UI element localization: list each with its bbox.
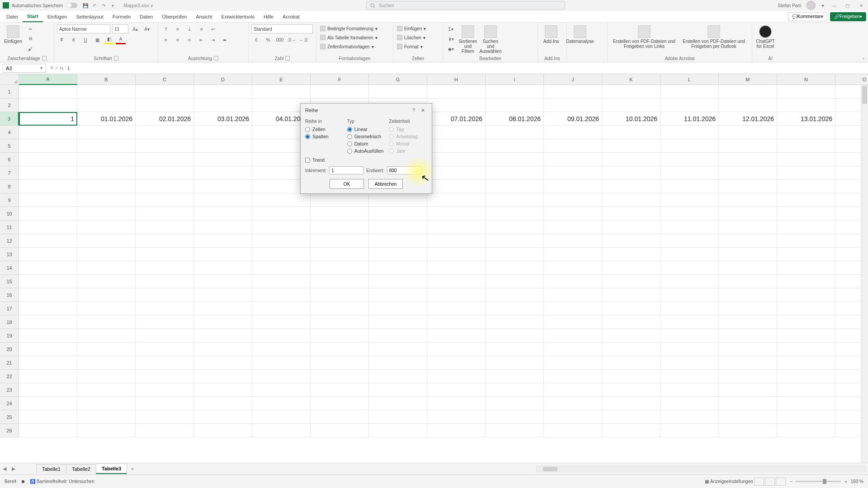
cell[interactable] <box>252 248 311 261</box>
cell[interactable] <box>660 85 719 99</box>
row-header[interactable]: 26 <box>0 424 19 437</box>
chatgpt-button[interactable]: ChatGPT for Excel <box>755 24 776 50</box>
cell[interactable] <box>660 261 719 275</box>
cell[interactable]: 08.01.2026 <box>486 112 544 126</box>
cell[interactable] <box>194 302 252 315</box>
cell[interactable] <box>777 85 835 99</box>
filename[interactable]: Mappe3.xlsx ∨ <box>123 3 153 8</box>
cell[interactable] <box>602 356 660 370</box>
cell[interactable] <box>252 207 311 221</box>
cell[interactable] <box>252 383 311 397</box>
cell[interactable] <box>660 275 719 288</box>
minimize-icon[interactable]: — <box>830 1 838 9</box>
cell[interactable] <box>427 424 486 437</box>
cell[interactable] <box>719 329 777 343</box>
cell[interactable] <box>544 261 602 275</box>
row-header[interactable]: 21 <box>0 356 19 370</box>
cell[interactable] <box>777 180 835 193</box>
cell[interactable] <box>427 99 486 112</box>
cell[interactable] <box>719 126 777 139</box>
cell[interactable] <box>486 248 544 261</box>
cell[interactable] <box>369 343 427 356</box>
cell[interactable] <box>369 315 427 329</box>
cell[interactable] <box>311 397 369 410</box>
cell[interactable] <box>719 193 777 207</box>
column-header[interactable]: F <box>311 74 369 85</box>
pdf-outlook-button[interactable]: Erstellen von PDF-Dateien und Freigeben … <box>680 24 748 50</box>
cell[interactable] <box>19 410 77 424</box>
row-header[interactable]: 11 <box>0 221 19 234</box>
row-header[interactable]: 13 <box>0 248 19 261</box>
cell[interactable] <box>777 302 835 315</box>
cell[interactable] <box>194 153 252 166</box>
cell[interactable] <box>719 370 777 383</box>
cell[interactable] <box>602 397 660 410</box>
cell[interactable] <box>252 329 311 343</box>
cell[interactable] <box>660 356 719 370</box>
cell[interactable] <box>136 139 194 153</box>
cell[interactable] <box>777 275 835 288</box>
cell[interactable] <box>19 275 77 288</box>
cell[interactable] <box>369 302 427 315</box>
cell[interactable] <box>544 153 602 166</box>
cell[interactable] <box>369 221 427 234</box>
cell[interactable] <box>19 343 77 356</box>
cell[interactable] <box>136 329 194 343</box>
cell[interactable] <box>544 370 602 383</box>
cell[interactable] <box>136 221 194 234</box>
cell[interactable] <box>311 207 369 221</box>
cell[interactable] <box>136 180 194 193</box>
column-header[interactable]: O <box>835 74 868 85</box>
cell[interactable] <box>719 275 777 288</box>
row-header[interactable]: 5 <box>0 139 19 153</box>
cell[interactable] <box>77 166 136 180</box>
cell[interactable] <box>544 85 602 99</box>
cell[interactable] <box>660 288 719 302</box>
cell[interactable] <box>77 424 136 437</box>
cell[interactable] <box>311 370 369 383</box>
cell[interactable] <box>602 221 660 234</box>
cell[interactable] <box>486 315 544 329</box>
cell[interactable] <box>486 193 544 207</box>
column-header[interactable]: G <box>369 74 427 85</box>
row-header[interactable]: 2 <box>0 99 19 112</box>
cell[interactable] <box>660 424 719 437</box>
font-color-icon[interactable]: A <box>116 35 126 44</box>
select-all-button[interactable] <box>0 74 19 85</box>
cell[interactable] <box>77 207 136 221</box>
fill-color-icon[interactable]: ◧ <box>104 35 114 44</box>
cell[interactable]: 01.01.2026 <box>77 112 136 126</box>
cell[interactable] <box>486 288 544 302</box>
cell[interactable] <box>777 248 835 261</box>
cut-icon[interactable]: ✂ <box>25 24 35 33</box>
cell[interactable] <box>602 302 660 315</box>
dialog-help-icon[interactable]: ? <box>409 108 418 113</box>
cell[interactable] <box>660 370 719 383</box>
cell[interactable] <box>777 343 835 356</box>
delete-cells-button[interactable]: Löschen ▾ <box>396 33 427 42</box>
cell[interactable] <box>427 166 486 180</box>
cell[interactable] <box>77 85 136 99</box>
orientation-icon[interactable]: ⤭ <box>196 24 206 33</box>
percent-icon[interactable]: % <box>263 35 273 44</box>
cell[interactable] <box>77 261 136 275</box>
cell[interactable] <box>311 343 369 356</box>
cell[interactable] <box>777 153 835 166</box>
cell[interactable] <box>660 383 719 397</box>
cell[interactable] <box>194 275 252 288</box>
tab-acrobat[interactable]: Acrobat <box>278 11 304 22</box>
cell[interactable] <box>602 126 660 139</box>
cell[interactable] <box>136 343 194 356</box>
cell[interactable] <box>77 275 136 288</box>
cell[interactable] <box>777 370 835 383</box>
cell[interactable] <box>486 329 544 343</box>
cell[interactable] <box>19 302 77 315</box>
option-columns[interactable]: Spalten <box>305 133 344 140</box>
cell[interactable] <box>252 302 311 315</box>
cell[interactable] <box>486 275 544 288</box>
cell[interactable] <box>311 221 369 234</box>
cell[interactable] <box>602 329 660 343</box>
cell[interactable] <box>544 221 602 234</box>
macro-record-icon[interactable]: ⏺ <box>21 479 25 484</box>
data-analysis-button[interactable]: Datenanalyse <box>570 24 590 45</box>
